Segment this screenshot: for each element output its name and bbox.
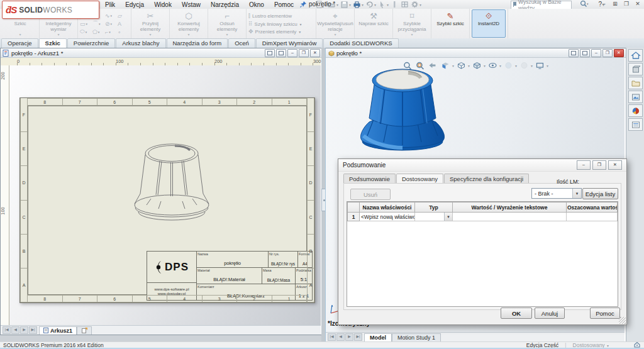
- custom-properties-button[interactable]: [628, 118, 643, 131]
- sheet-nav-first[interactable]: |◀: [3, 326, 11, 334]
- drawing-canvas[interactable]: 200100: [1, 65, 321, 325]
- chevron-down-icon[interactable]: ▾: [515, 64, 517, 68]
- convert-entities-button[interactable]: ⬡Konwertuj elementy▾: [172, 9, 206, 38]
- sketch-entity-icon[interactable]: ▭▾: [80, 19, 91, 28]
- sketch-entity-icon[interactable]: ∿▾: [105, 11, 116, 19]
- menu-widok[interactable]: Widok: [150, 1, 176, 9]
- dialog-tab-dostosowany[interactable]: Dostosowany: [396, 174, 443, 184]
- chevron-down-icon[interactable]: ▾: [19, 32, 21, 36]
- display-relations-button[interactable]: ⌖Wyświetlaj/usuń relacje▾: [318, 9, 352, 38]
- dock-right-button[interactable]: [580, 49, 590, 57]
- sheet-nav-last[interactable]: ▶|: [29, 326, 37, 334]
- repair-sketch-button[interactable]: ⚒Napraw szkic: [357, 9, 391, 38]
- chevron-down-icon[interactable]: ▾: [300, 22, 302, 26]
- chevron-down-icon[interactable]: ▾: [336, 3, 338, 7]
- property-type-cell[interactable]: ▼: [415, 213, 453, 221]
- tile-button[interactable]: ⊞: [611, 1, 619, 7]
- close-button[interactable]: ✕: [634, 1, 641, 7]
- part-close-button[interactable]: ✕: [614, 49, 624, 57]
- chevron-down-icon[interactable]: ▾: [374, 3, 376, 7]
- edit-appearance-button[interactable]: [502, 60, 514, 71]
- dialog-minimize-button[interactable]: –: [577, 160, 591, 170]
- chevron-down-icon[interactable]: ▾: [531, 64, 533, 68]
- sketch-entity-icon[interactable]: ⌒▾: [92, 19, 104, 28]
- chevron-down-icon[interactable]: ▾: [499, 64, 501, 68]
- chevron-down-icon[interactable]: ▾: [411, 32, 413, 36]
- dialog-close-button[interactable]: ✕: [608, 160, 622, 170]
- view-orientation-button[interactable]: [455, 60, 467, 71]
- chevron-down-icon[interactable]: ▾: [362, 3, 364, 7]
- minimize-button[interactable]: –: [600, 1, 608, 7]
- grid-button[interactable]: [400, 1, 409, 9]
- view-settings-button[interactable]: [534, 60, 545, 71]
- open-button[interactable]: ▾: [327, 1, 339, 9]
- menu-okno[interactable]: Okno: [245, 1, 269, 9]
- sketch-entity-icon[interactable]: ∘: [118, 28, 129, 36]
- sketch-entity-icon[interactable]: ⬠▾: [92, 28, 104, 36]
- delete-button[interactable]: Usuń: [350, 189, 391, 200]
- new-document-button[interactable]: ▾: [314, 1, 326, 9]
- select-button[interactable]: ▾: [377, 1, 389, 9]
- model-nav-first[interactable]: |◀: [328, 333, 336, 341]
- search-icon[interactable]: ▾: [580, 0, 589, 9]
- offset-entities-button[interactable]: ⌐Odsuń elementy▾: [210, 9, 244, 38]
- chevron-down-icon[interactable]: ▾: [468, 64, 470, 68]
- chevron-down-icon[interactable]: ▾: [387, 3, 389, 7]
- drawing-close-button[interactable]: ✕: [310, 49, 320, 57]
- rapid-sketch-button[interactable]: ✎Szybki szkic: [433, 9, 467, 38]
- design-library-button[interactable]: [628, 63, 643, 75]
- menu-narzędzia[interactable]: Narzędzia: [206, 1, 243, 9]
- tab-arkusz-blachy[interactable]: Arkusz blachy: [116, 38, 165, 48]
- menu-pomoc[interactable]: Pomoc: [270, 1, 298, 9]
- sketch-entity-icon[interactable]: ⌐▾: [105, 28, 116, 36]
- knob-drawing-view[interactable]: [132, 138, 213, 233]
- model-nav-prev[interactable]: ◀: [336, 333, 345, 341]
- sheet-nav-next[interactable]: ▶: [20, 326, 28, 334]
- sketch-entity-icon[interactable]: ⬭▾: [80, 28, 91, 36]
- motion-study-tab[interactable]: Motion Study 1: [392, 333, 441, 341]
- edit-list-button[interactable]: Edycja listy: [582, 188, 618, 199]
- sketch-entity-icon[interactable]: A: [118, 19, 129, 28]
- file-explorer-button[interactable]: [628, 77, 643, 89]
- mirror-entities-button[interactable]: ⫿Lustro elementów: [248, 13, 314, 19]
- instant2d-button[interactable]: ⟐Instant2D: [472, 9, 506, 38]
- chevron-down-icon[interactable]: ▾: [149, 32, 151, 36]
- dialog-titlebar[interactable]: Podsumowanie – ❐ ✕: [338, 159, 626, 172]
- help-button-dialog[interactable]: Pomoc: [590, 307, 620, 319]
- chevron-down-icon[interactable]: ▼: [572, 189, 581, 198]
- part-minimize-button[interactable]: –: [591, 49, 601, 57]
- tab-narz-dzia-do-form[interactable]: Narzędzia do form: [167, 38, 228, 48]
- dialog-maximize-button[interactable]: ❐: [592, 160, 606, 170]
- view-palette-button[interactable]: [628, 91, 643, 103]
- cancel-button[interactable]: Anuluj: [535, 307, 565, 319]
- tab-operacje[interactable]: Operacje: [1, 38, 38, 48]
- chevron-down-icon[interactable]: ▾: [419, 3, 421, 7]
- chevron-down-icon[interactable]: ▾: [324, 3, 326, 7]
- chevron-down-icon[interactable]: ▾: [299, 30, 301, 34]
- chevron-down-icon[interactable]: ▾: [226, 32, 228, 36]
- model-tab[interactable]: Model: [364, 333, 392, 341]
- model-nav-next[interactable]: ▶: [345, 333, 353, 341]
- property-name-cell[interactable]: <Wpisz nową właściwość>: [360, 213, 415, 221]
- knob-3d-model[interactable]: [348, 62, 457, 157]
- sheet-tab-arkusz1[interactable]: Arkusz1: [39, 326, 77, 335]
- move-entities-button[interactable]: ✥Przenieś elementy▾: [248, 28, 314, 35]
- pin-icon[interactable]: [299, 1, 308, 8]
- save-button[interactable]: ▾: [340, 1, 352, 9]
- part-restore-button[interactable]: ❐: [602, 49, 613, 57]
- tab-dodatki-solidworks[interactable]: Dodatki SOLIDWORKS: [323, 38, 398, 48]
- restore-button[interactable]: ❐: [623, 1, 630, 7]
- drawing-restore-button[interactable]: ❐: [299, 49, 309, 57]
- slim-tool-button[interactable]: [390, 1, 399, 9]
- sketch-entity-icon[interactable]: ▱: [118, 11, 129, 19]
- drawing-window-titlebar[interactable]: pokrętło - Arkusz1 * – ❐ ✕: [1, 48, 322, 58]
- bom-quantity-select[interactable]: - Brak - ▼: [531, 188, 582, 199]
- display-style-button[interactable]: [471, 60, 482, 71]
- add-sheet-tab[interactable]: [77, 326, 92, 335]
- tab-powierzchnie[interactable]: Powierzchnie: [67, 38, 116, 48]
- chevron-down-icon[interactable]: ▾: [57, 32, 59, 36]
- dialog-tab-specyficzne-dla-konfiguracji[interactable]: Specyficzne dla konfiguracji: [444, 174, 529, 184]
- dock-left-button[interactable]: [265, 49, 275, 57]
- drawing-minimize-button[interactable]: –: [287, 49, 297, 57]
- trim-entities-button[interactable]: ✂Przytnij elementy▾: [133, 9, 167, 38]
